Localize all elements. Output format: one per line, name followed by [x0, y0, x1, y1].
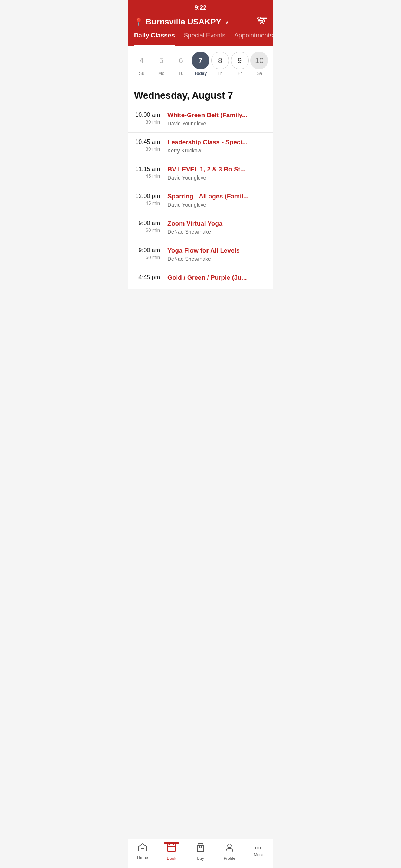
svg-point-4 — [263, 20, 265, 22]
date-day-th: Th — [218, 71, 223, 76]
class-list: 10:00 am 30 min White-Green Belt (Family… — [128, 106, 273, 289]
date-day-su: Su — [139, 71, 144, 76]
date-day-sa: Sa — [257, 71, 262, 76]
filter-icon[interactable] — [257, 17, 267, 27]
class-item-5[interactable]: 9:00 am 60 min Yoga Flow for All Levels … — [128, 241, 273, 268]
date-heading-text: Wednesday, August 7 — [134, 90, 267, 101]
date-item-6[interactable]: 6 Tu — [172, 52, 190, 76]
tab-daily-classes[interactable]: Daily Classes — [134, 32, 175, 46]
date-day-mo: Mo — [158, 71, 164, 76]
date-circle-8: 8 — [211, 52, 229, 69]
class-info-0: White-Green Belt (Family... David Youngl… — [167, 112, 267, 126]
class-info-3: Sparring - All ages (Famil... David Youn… — [167, 193, 267, 208]
class-item-6[interactable]: 4:45 pm Gold / Green / Purple (Ju... — [128, 268, 273, 289]
date-item-9[interactable]: 9 Fr — [231, 52, 249, 76]
class-time-4: 9:00 am 60 min — [134, 220, 167, 233]
date-item-4[interactable]: 4 Su — [133, 52, 150, 76]
main-content: 4 Su 5 Mo 6 Tu 7 Today 8 Th — [128, 46, 273, 319]
header: 📍 Burnsville USAKPY ∨ Daily Classes Spec… — [128, 13, 273, 46]
date-heading: Wednesday, August 7 — [128, 82, 273, 106]
date-item-10[interactable]: 10 Sa — [250, 52, 268, 76]
location-left[interactable]: 📍 Burnsville USAKPY ∨ — [134, 17, 229, 27]
class-time-0: 10:00 am 30 min — [134, 112, 167, 125]
class-item-4[interactable]: 9:00 am 60 min Zoom Virtual Yoga DeNae S… — [128, 214, 273, 241]
class-item-2[interactable]: 11:15 am 45 min BV LEVEL 1, 2 & 3 Bo St.… — [128, 160, 273, 187]
class-info-2: BV LEVEL 1, 2 & 3 Bo St... David Younglo… — [167, 166, 267, 181]
date-circle-7: 7 — [192, 52, 209, 69]
date-day-tu: Tu — [178, 71, 183, 76]
date-circle-5: 5 — [152, 52, 170, 69]
class-info-5: Yoga Flow for All Levels DeNae Shewmake — [167, 247, 267, 262]
date-day-fr: Fr — [238, 71, 242, 76]
class-time-5: 9:00 am 60 min — [134, 247, 167, 260]
date-circle-4: 4 — [133, 52, 150, 69]
date-item-8[interactable]: 8 Th — [211, 52, 229, 76]
date-item-7[interactable]: 7 Today — [192, 52, 209, 76]
class-item-3[interactable]: 12:00 pm 45 min Sparring - All ages (Fam… — [128, 187, 273, 214]
location-title: Burnsville USAKPY — [146, 17, 221, 27]
pin-icon: 📍 — [134, 17, 143, 26]
header-location: 📍 Burnsville USAKPY ∨ — [134, 17, 267, 27]
tab-special-events[interactable]: Special Events — [184, 32, 225, 46]
class-time-2: 11:15 am 45 min — [134, 166, 167, 179]
class-time-3: 12:00 pm 45 min — [134, 193, 167, 206]
class-time-1: 10:45 am 30 min — [134, 139, 167, 152]
date-circle-10: 10 — [250, 52, 268, 69]
date-day-today: Today — [194, 71, 207, 76]
date-circle-6: 6 — [172, 52, 190, 69]
class-info-6: Gold / Green / Purple (Ju... — [167, 274, 267, 283]
chevron-down-icon: ∨ — [225, 19, 229, 25]
class-time-6: 4:45 pm — [134, 274, 167, 282]
date-item-5[interactable]: 5 Mo — [152, 52, 170, 76]
svg-point-3 — [258, 17, 260, 19]
class-item-1[interactable]: 10:45 am 30 min Leadership Class - Speci… — [128, 133, 273, 160]
status-time: 9:22 — [195, 4, 206, 11]
class-info-4: Zoom Virtual Yoga DeNae Shewmake — [167, 220, 267, 235]
status-bar: 9:22 — [128, 0, 273, 13]
tab-appointments[interactable]: Appointments — [234, 32, 273, 46]
class-item-0[interactable]: 10:00 am 30 min White-Green Belt (Family… — [128, 106, 273, 133]
class-info-1: Leadership Class - Speci... Kerry Krucko… — [167, 139, 267, 154]
nav-tabs: Daily Classes Special Events Appointment… — [134, 27, 267, 46]
date-circle-9: 9 — [231, 52, 249, 69]
date-selector: 4 Su 5 Mo 6 Tu 7 Today 8 Th — [128, 46, 273, 82]
svg-point-5 — [261, 22, 263, 24]
